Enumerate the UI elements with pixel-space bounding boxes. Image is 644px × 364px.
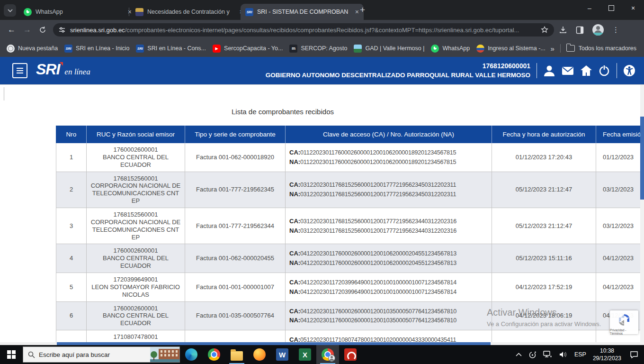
download-icon[interactable] <box>559 26 567 34</box>
address-bar[interactable]: srienlinea.sri.gob.ec/comprobantes-elect… <box>53 23 554 36</box>
cell-fecha-autorizacion: 01/12/2023 17:20:43 <box>492 143 596 172</box>
tray-update-icon[interactable] <box>528 351 537 359</box>
col-header-tipo: Tipo y serie de comprobante <box>185 126 286 143</box>
reload-icon <box>39 26 46 34</box>
cell-nro: 1 <box>56 143 87 172</box>
tab-search-button[interactable] <box>4 4 16 17</box>
page-content: Lista de comprobantes recibidos Nro RUC … <box>0 84 644 345</box>
taskbar-app-chrome[interactable] <box>203 345 225 364</box>
taskbar-clock[interactable]: 10:38 29/12/2023 <box>593 347 621 362</box>
home-icon[interactable] <box>580 64 593 77</box>
col-header-fecha-emision: Fecha emisión <box>596 126 640 143</box>
cell-clave-acceso: CA:0412202301176000260000120010350005077… <box>286 302 492 331</box>
tab-sri-active[interactable]: SRI SRI - SISTEMA DE COMPROBAN × <box>241 4 364 20</box>
start-button[interactable] <box>0 345 23 364</box>
power-icon[interactable] <box>598 64 611 77</box>
user-icon[interactable] <box>543 64 556 77</box>
table-row: 1 1760002600001BANCO CENTRAL DEL ECUADOR… <box>56 143 640 172</box>
action-center-icon[interactable] <box>630 351 638 358</box>
taskbar-app-chrome-active[interactable] <box>316 345 339 364</box>
bookmark-sri-cons[interactable]: SRISRI en Línea - Cons... <box>136 45 206 53</box>
entity-ruc: 1768120600001 <box>266 61 530 71</box>
url-text: srienlinea.sri.gob.ec/comprobantes-elect… <box>70 27 535 34</box>
url-domain: srienlinea.sri.gob.ec <box>70 27 125 34</box>
browser-menu-icon[interactable]: ⋮ <box>612 26 619 34</box>
taskbar-app-edge[interactable] <box>180 345 203 364</box>
new-tab-button[interactable]: + <box>360 5 365 15</box>
forward-button[interactable]: → <box>23 25 31 35</box>
cell-nro: 2 <box>56 172 87 208</box>
recaptcha-icon <box>617 312 632 328</box>
accessibility-icon[interactable] <box>623 64 636 77</box>
bookmarks-overflow-button[interactable]: » <box>550 45 554 53</box>
close-window-button[interactable]: × <box>622 0 644 16</box>
all-bookmarks-button[interactable]: Todos los marcadores <box>566 45 636 52</box>
sri-header: SRI en línea 1768120600001 GOBIERNO AUTO… <box>0 57 644 84</box>
taskbar-search-input[interactable]: Escribe aquí para buscar <box>23 346 180 363</box>
hamburger-menu-button[interactable] <box>12 63 27 78</box>
bookmark-ingreso-sistema[interactable]: Ingreso al Sistema -... <box>476 45 546 53</box>
cell-tipo-serie: Factura 001-777-219562344 <box>185 208 286 244</box>
search-icon <box>28 351 35 358</box>
browser-toolbar: ← → srienlinea.sri.gob.ec/comprobantes-e… <box>0 20 644 40</box>
bookmark-sercopcapacita[interactable]: ▶SercopCapacita - Yo... <box>213 45 283 53</box>
recaptcha-badge[interactable]: Privacidad - Términos <box>610 310 638 334</box>
mail-icon[interactable] <box>561 64 574 77</box>
vertical-scrollbar[interactable] <box>640 85 644 345</box>
bookmark-gad-valle-hermoso[interactable]: GAD | Valle Hermoso | <box>354 45 424 53</box>
cell-tipo-serie: Factura 001-020-000004333 <box>185 330 286 342</box>
language-indicator[interactable]: ESP <box>574 351 586 358</box>
bookmark-sri-inicio[interactable]: SRISRI en Línea - Inicio <box>64 45 129 53</box>
folder-icon <box>566 45 575 52</box>
tab-whatsapp[interactable]: WhatsApp × <box>19 4 136 20</box>
maximize-button[interactable] <box>600 0 622 16</box>
cell-fecha-autorizacion: 05/12/2023 21:12:47 <box>492 208 596 244</box>
cell-tipo-serie: Factura 001-777-219562345 <box>185 172 286 208</box>
taskbar-app-acrobat[interactable] <box>339 345 362 364</box>
profile-avatar[interactable] <box>592 24 604 36</box>
taskbar-app-excel[interactable]: X <box>294 345 316 364</box>
table-row: 6 1760002600001BANCO CENTRAL DEL ECUADOR… <box>56 302 640 331</box>
close-icon[interactable]: × <box>355 8 359 16</box>
table-body: 1 1760002600001BANCO CENTRAL DEL ECUADOR… <box>56 143 640 342</box>
clock-date: 29/12/2023 <box>593 355 621 362</box>
cell-nro: 7 <box>56 330 87 342</box>
tab-necesidades[interactable]: Necesidades de Contratación y × <box>131 4 248 20</box>
cell-clave-acceso: CA:0512202301171080747800120010200000043… <box>286 330 492 342</box>
speaker-icon[interactable] <box>559 351 568 358</box>
maximize-icon <box>608 5 614 11</box>
page-title: Lista de comprobantes recibidos <box>0 108 565 116</box>
sri-logo: SRI en línea <box>36 61 90 78</box>
screen: WhatsApp × Necesidades de Contratación y… <box>0 0 644 364</box>
vertical-scrollbar-thumb[interactable] <box>640 117 644 200</box>
reload-button[interactable] <box>39 26 46 34</box>
minimize-button[interactable]: – <box>579 0 600 16</box>
bookmark-nueva-pestana[interactable]: Nueva pestaña <box>7 45 58 53</box>
side-panel-icon[interactable] <box>576 26 584 34</box>
word-icon: W <box>276 348 288 361</box>
cell-tipo-serie: Factura 001-001-000001007 <box>185 273 286 302</box>
excel-icon: X <box>299 348 311 361</box>
url-path: /comprobantes-electronicos-internet/page… <box>125 27 519 34</box>
taskbar-app-word[interactable]: W <box>271 345 294 364</box>
browser-tab-strip: WhatsApp × Necesidades de Contratación y… <box>0 0 644 20</box>
bookmark-sercop-agosto[interactable]: mSERCOP: Agosto <box>289 45 347 53</box>
table-row: 3 1768152560001CORPORACION NACIONAL DE T… <box>56 208 640 244</box>
cell-emisor: 1760002600001BANCO CENTRAL DEL ECUADOR <box>87 244 185 273</box>
taskbar-app-explorer[interactable] <box>225 345 248 364</box>
cell-tipo-serie: Factura 001-062-000020455 <box>185 244 286 273</box>
cell-fecha-emision: 04/12/2023 <box>596 244 640 273</box>
bookmark-star-icon[interactable] <box>541 26 548 34</box>
network-icon[interactable] <box>543 351 552 358</box>
tab-title: WhatsApp <box>36 9 123 15</box>
tray-chevron-up-icon[interactable] <box>516 353 522 356</box>
cell-fecha-autorizacion: 04/12/2023 17:52:19 <box>492 273 596 302</box>
table-header-row: Nro RUC y Razón social emisor Tipo y ser… <box>56 126 640 143</box>
bookmark-whatsapp[interactable]: WhatsApp <box>431 45 470 53</box>
site-settings-icon[interactable] <box>59 27 65 33</box>
gad-icon <box>354 45 362 53</box>
back-button[interactable]: ← <box>8 25 16 35</box>
edge-icon <box>185 348 197 361</box>
acrobat-icon <box>344 348 357 361</box>
taskbar-app-firefox[interactable] <box>248 345 271 364</box>
